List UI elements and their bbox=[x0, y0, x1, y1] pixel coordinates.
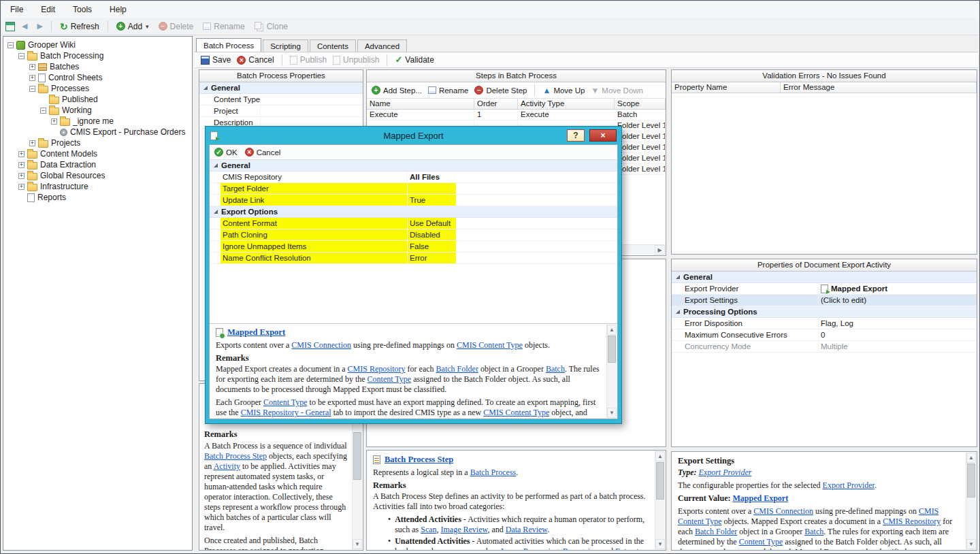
step-row[interactable]: Execute 1 Execute Batch bbox=[367, 110, 666, 120]
section-processing-options[interactable]: Processing Options bbox=[672, 306, 977, 318]
property-value[interactable]: All Files bbox=[408, 172, 617, 182]
scroll-down-icon[interactable]: ▼ bbox=[655, 539, 665, 549]
inline-link[interactable]: Recognize bbox=[563, 547, 598, 551]
delete-button[interactable]: − Delete bbox=[156, 20, 197, 33]
column-header-property-name[interactable]: Property Name bbox=[672, 82, 781, 93]
inline-link[interactable]: CMIS Repository bbox=[883, 517, 941, 526]
tree-item-batch-processing[interactable]: − Batch Processing bbox=[3, 50, 192, 61]
property-value[interactable]: False bbox=[408, 241, 617, 252]
collapse-expander-icon[interactable]: − bbox=[7, 42, 14, 48]
dialog-cancel-button[interactable]: × Cancel bbox=[245, 148, 281, 157]
scrollbar-thumb[interactable] bbox=[608, 336, 616, 363]
column-header-error-message[interactable]: Error Message bbox=[781, 82, 977, 93]
tree-item-control-sheets[interactable]: + Control Sheets bbox=[3, 72, 192, 83]
expand-expander-icon[interactable]: + bbox=[51, 118, 57, 125]
scroll-down-icon[interactable]: ▼ bbox=[353, 539, 362, 549]
property-row-content-type[interactable]: Content Type bbox=[199, 94, 363, 105]
tree-item-processes[interactable]: − Processes bbox=[3, 83, 192, 94]
collapse-expander-icon[interactable]: − bbox=[18, 53, 24, 59]
inline-link[interactable]: Data Review bbox=[506, 525, 548, 534]
menu-tools[interactable]: Tools bbox=[64, 1, 101, 18]
column-header-activity-type[interactable]: Activity Type bbox=[518, 99, 615, 109]
scrollbar-thumb[interactable] bbox=[656, 462, 664, 500]
rename-button[interactable]: Rename bbox=[200, 20, 247, 33]
tree-item-published[interactable]: Published bbox=[3, 94, 192, 105]
tree-item-cmis-export-purchase-orders[interactable]: CMIS Export - Purchase Orders bbox=[3, 127, 192, 137]
add-step-button[interactable]: + Add Step... bbox=[372, 86, 422, 95]
property-value[interactable]: Flag, Log bbox=[819, 318, 977, 329]
cancel-button[interactable]: × Cancel bbox=[237, 55, 274, 65]
tab-scripting[interactable]: Scripting bbox=[263, 39, 308, 52]
save-button[interactable]: Save bbox=[201, 55, 231, 65]
expand-expander-icon[interactable]: + bbox=[29, 75, 35, 81]
v-scrollbar[interactable]: ▲ ▼ bbox=[655, 451, 665, 549]
property-value[interactable]: (Click to edit) bbox=[819, 295, 977, 306]
dialog-close-button[interactable]: × bbox=[589, 129, 617, 142]
refresh-button[interactable]: ↻ Refresh bbox=[57, 20, 102, 33]
property-row-update-link[interactable]: Update Link True bbox=[210, 195, 617, 206]
section-export-options[interactable]: Export Options bbox=[210, 206, 617, 218]
inline-link[interactable]: Batch Folder bbox=[695, 527, 737, 536]
inline-link[interactable]: CMIS Content Type bbox=[483, 408, 549, 417]
inline-link[interactable]: Mapped Export bbox=[732, 493, 788, 503]
property-row-export-settings[interactable]: Export Settings (Click to edit) bbox=[672, 295, 977, 306]
property-row-maximum-consecutive-errors[interactable]: Maximum Consecutive Errors 0 bbox=[672, 329, 977, 341]
property-value[interactable]: Disabled bbox=[408, 229, 617, 240]
property-row-export-provider[interactable]: Export Provider Mapped Export bbox=[672, 283, 977, 295]
collapse-expander-icon[interactable]: − bbox=[40, 108, 46, 114]
inline-link[interactable]: Image Review bbox=[441, 525, 488, 534]
property-value[interactable]: Multiple bbox=[819, 341, 977, 352]
tree-item-infrastructure[interactable]: + Infrastructure bbox=[3, 181, 192, 192]
help-title-link[interactable]: Batch Process Step bbox=[385, 455, 453, 466]
inline-link[interactable]: CMIS Repository bbox=[348, 364, 406, 374]
help-title-link[interactable]: Mapped Export bbox=[227, 327, 285, 338]
connection-icon[interactable] bbox=[5, 22, 15, 31]
ok-button[interactable]: ✓ OK bbox=[214, 148, 238, 157]
tab-advanced[interactable]: Advanced bbox=[357, 39, 407, 52]
tree-item-grooper-wiki[interactable]: − Grooper Wiki bbox=[3, 39, 192, 50]
scroll-right-icon[interactable]: ▶ bbox=[655, 245, 665, 255]
expand-expander-icon[interactable]: + bbox=[29, 140, 35, 146]
expand-expander-icon[interactable]: + bbox=[18, 162, 24, 168]
scrollbar-thumb[interactable] bbox=[353, 432, 361, 480]
tree-item-ignore-me[interactable]: + _ignore me bbox=[3, 116, 192, 127]
property-row-content-format[interactable]: Content Format Use Default bbox=[210, 218, 617, 229]
section-general[interactable]: General bbox=[672, 272, 977, 283]
property-value[interactable] bbox=[261, 105, 363, 116]
column-header-order[interactable]: Order bbox=[474, 99, 518, 109]
property-row-error-disposition[interactable]: Error Disposition Flag, Log bbox=[672, 318, 977, 329]
inline-link[interactable]: CMIS Repository - General bbox=[241, 408, 331, 417]
v-scrollbar[interactable]: ▲ ▼ bbox=[966, 453, 976, 549]
menu-help[interactable]: Help bbox=[101, 1, 135, 18]
property-row-project[interactable]: Project bbox=[199, 105, 363, 117]
menu-edit[interactable]: Edit bbox=[32, 1, 64, 18]
property-row-concurrency-mode[interactable]: Concurrency Mode Multiple bbox=[672, 341, 977, 353]
inline-link[interactable]: Batch bbox=[804, 527, 823, 536]
property-value[interactable]: Use Default bbox=[408, 218, 617, 229]
tree-item-batches[interactable]: + Batches bbox=[3, 61, 192, 72]
move-up-button[interactable]: ▲ Move Up bbox=[542, 86, 585, 95]
expand-expander-icon[interactable]: + bbox=[29, 64, 35, 70]
expand-expander-icon[interactable]: + bbox=[18, 151, 24, 157]
scroll-up-icon[interactable]: ▲ bbox=[966, 453, 976, 463]
column-header-scope[interactable]: Scope bbox=[615, 99, 666, 109]
tree-item-content-models[interactable]: + Content Models bbox=[3, 148, 192, 159]
collapse-expander-icon[interactable]: − bbox=[29, 86, 35, 92]
property-value[interactable] bbox=[261, 94, 363, 105]
tree-item-projects[interactable]: + Projects bbox=[3, 137, 192, 148]
scroll-up-icon[interactable]: ▲ bbox=[655, 451, 665, 461]
section-general[interactable]: General bbox=[199, 82, 363, 94]
inline-link[interactable]: Content Type bbox=[368, 374, 412, 384]
inline-link[interactable]: Batch Folder bbox=[436, 364, 478, 374]
tree-item-data-extraction[interactable]: + Data Extraction bbox=[3, 159, 192, 170]
scroll-down-icon[interactable]: ▼ bbox=[966, 539, 976, 549]
property-value[interactable]: 0 bbox=[819, 329, 977, 340]
inline-link[interactable]: CMIS Connection bbox=[291, 340, 351, 350]
inline-link[interactable]: Batch Process Step bbox=[204, 451, 267, 461]
delete-step-button[interactable]: − Delete Step bbox=[474, 86, 527, 95]
dialog-help-button[interactable]: ? bbox=[567, 129, 585, 142]
section-general[interactable]: General bbox=[210, 160, 617, 172]
property-value[interactable]: True bbox=[408, 195, 617, 206]
property-row-ignore-unmapped-items[interactable]: Ignore Unmapped Items False bbox=[210, 241, 617, 252]
inline-link[interactable]: Content Type bbox=[739, 537, 783, 547]
